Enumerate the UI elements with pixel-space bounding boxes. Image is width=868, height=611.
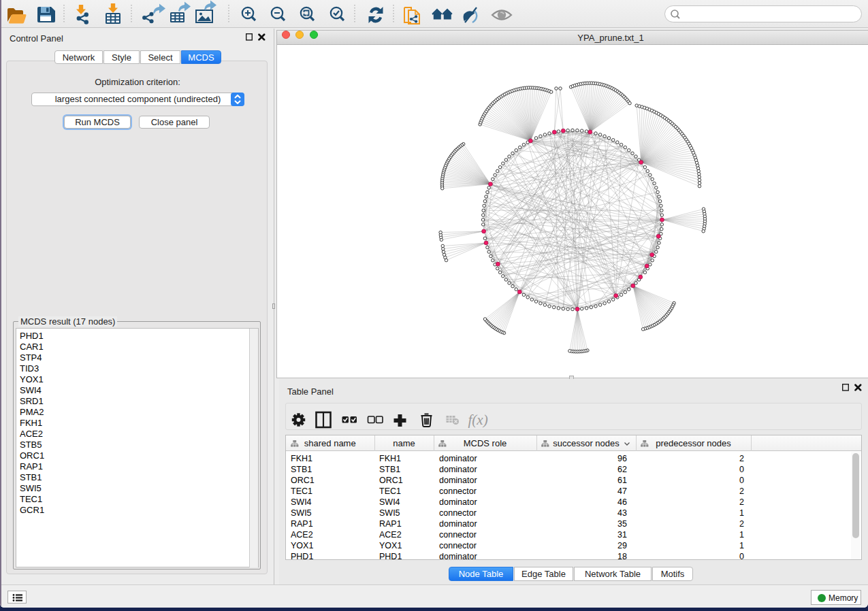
svg-text:f(x): f(x): [468, 412, 488, 428]
